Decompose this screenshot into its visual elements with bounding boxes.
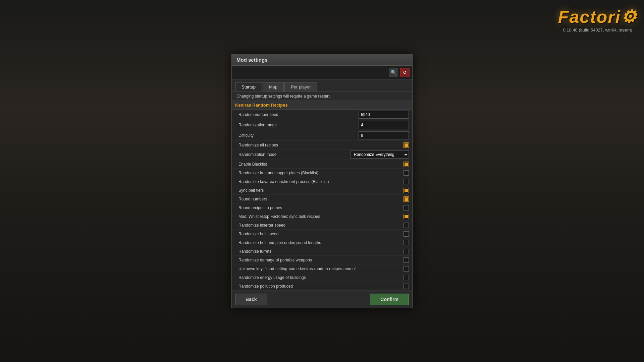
reset-button[interactable]: ↺ bbox=[400, 68, 410, 77]
control-energy bbox=[404, 275, 409, 280]
mod-settings-modal: Mod settings 🔍 ↺ Startup Map Per player … bbox=[231, 54, 413, 308]
setting-row-iron-copper: Randomize iron and copper plates (Blackl… bbox=[232, 169, 412, 177]
tab-map[interactable]: Map bbox=[263, 82, 284, 92]
checkbox-all-recipes[interactable] bbox=[404, 142, 409, 148]
tabs-bar: Startup Map Per player bbox=[232, 79, 412, 92]
control-turrets bbox=[404, 249, 409, 254]
back-button[interactable]: Back bbox=[235, 294, 267, 305]
setting-row-range: Randomization range bbox=[232, 120, 412, 130]
checkbox-round-numbers[interactable] bbox=[404, 196, 409, 202]
checkbox-unknown[interactable] bbox=[404, 266, 409, 272]
modal-overlay: Mod settings 🔍 ↺ Startup Map Per player … bbox=[0, 0, 644, 362]
setting-row-belt-speed: Randomize belt speed bbox=[232, 230, 412, 238]
checkbox-whistlestop[interactable] bbox=[404, 214, 409, 219]
setting-row-portable: Randomize damage of portable weapons bbox=[232, 256, 412, 264]
checkbox-turrets[interactable] bbox=[404, 249, 409, 254]
checkbox-energy[interactable] bbox=[404, 275, 409, 280]
tab-startup[interactable]: Startup bbox=[235, 82, 262, 92]
setting-row-blacklist: Enable Blacklist bbox=[232, 160, 412, 169]
setting-row-kovarex: Randomize kovarex enrichment process (Bl… bbox=[232, 177, 412, 186]
label-seed: Random number seed bbox=[238, 112, 359, 117]
control-belt-tiers bbox=[404, 188, 409, 193]
setting-row-energy: Randomize energy usage of buildings bbox=[232, 273, 412, 282]
confirm-button[interactable]: Confirm bbox=[370, 294, 409, 305]
search-button[interactable]: 🔍 bbox=[389, 68, 398, 77]
checkbox-pollution[interactable] bbox=[404, 284, 409, 289]
label-all-recipes: Randomize all recipes bbox=[238, 143, 404, 147]
input-seed[interactable] bbox=[359, 111, 409, 119]
control-round-numbers bbox=[404, 196, 409, 202]
control-seed bbox=[359, 111, 409, 119]
label-pollution: Randomize pollution produced bbox=[238, 284, 404, 289]
setting-row-pollution: Randomize pollution produced bbox=[232, 282, 412, 291]
control-range bbox=[359, 121, 409, 129]
control-whistlestop bbox=[404, 214, 409, 219]
checkbox-iron-copper[interactable] bbox=[404, 170, 409, 176]
tab-per-player[interactable]: Per player bbox=[284, 82, 317, 92]
setting-row-seed: Random number seed bbox=[232, 110, 412, 120]
checkbox-belt-tiers[interactable] bbox=[404, 188, 409, 193]
checkbox-underground[interactable] bbox=[404, 240, 409, 245]
label-belt-tiers: Sync belt tiers bbox=[238, 188, 404, 193]
control-portable bbox=[404, 257, 409, 263]
checkbox-portable[interactable] bbox=[404, 257, 409, 263]
label-belt-speed: Randomize belt speed bbox=[238, 232, 404, 236]
setting-row-whistlestop: Mod: Whistlestop Factories: sync bulk re… bbox=[232, 212, 412, 221]
modal-title: Mod settings bbox=[236, 57, 268, 63]
label-blacklist: Enable Blacklist bbox=[238, 162, 404, 167]
checkbox-kovarex[interactable] bbox=[404, 179, 409, 184]
checkbox-belt-speed[interactable] bbox=[404, 231, 409, 237]
label-mode: Randomization mode bbox=[238, 152, 350, 157]
select-mode[interactable]: Randomize Everything Randomize Some No R… bbox=[350, 150, 409, 159]
checkbox-inserter[interactable] bbox=[404, 223, 409, 228]
control-difficulty bbox=[359, 131, 409, 139]
label-unknown: Unknown key: "mod-setting-name.keniras-r… bbox=[238, 266, 404, 271]
label-turrets: Randomize turrets bbox=[238, 249, 404, 254]
control-blacklist bbox=[404, 162, 409, 167]
label-round-numbers: Round numbers bbox=[238, 197, 404, 201]
control-pollution bbox=[404, 284, 409, 289]
control-primes bbox=[404, 205, 409, 210]
label-underground: Randomize belt and pipe underground leng… bbox=[238, 240, 404, 245]
checkbox-primes[interactable] bbox=[404, 205, 409, 210]
setting-row-primes: Round recipes to primes bbox=[232, 203, 412, 212]
setting-row-inserter: Randomize inserter speed bbox=[232, 221, 412, 230]
label-range: Randomization range bbox=[238, 123, 359, 127]
setting-row-unknown: Unknown key: "mod-setting-name.keniras-r… bbox=[232, 264, 412, 273]
setting-row-all-recipes: Randomize all recipes bbox=[232, 141, 412, 149]
label-inserter: Randomize inserter speed bbox=[238, 223, 404, 228]
control-underground bbox=[404, 240, 409, 245]
modal-search-bar: 🔍 ↺ bbox=[232, 66, 412, 79]
label-portable: Randomize damage of portable weapons bbox=[238, 258, 404, 262]
section-header: Keniras Random Recipes bbox=[232, 101, 412, 110]
settings-list: Random number seed Randomization range D… bbox=[232, 110, 412, 291]
input-difficulty[interactable] bbox=[359, 131, 409, 139]
setting-row-belt-tiers: Sync belt tiers bbox=[232, 186, 412, 195]
modal-content: Keniras Random Recipes Random number see… bbox=[232, 101, 412, 291]
checkbox-blacklist[interactable] bbox=[404, 162, 409, 167]
label-difficulty: Difficulty bbox=[238, 133, 359, 138]
modal-title-bar: Mod settings bbox=[232, 54, 412, 66]
warning-bar: Changing startup settings will require a… bbox=[232, 92, 412, 101]
setting-row-mode: Randomization mode Randomize Everything … bbox=[232, 149, 412, 160]
control-kovarex bbox=[404, 179, 409, 184]
label-energy: Randomize energy usage of buildings bbox=[238, 275, 404, 280]
control-iron-copper bbox=[404, 170, 409, 176]
label-primes: Round recipes to primes bbox=[238, 205, 404, 210]
label-whistlestop: Mod: Whistlestop Factories: sync bulk re… bbox=[238, 214, 404, 219]
label-kovarex: Randomize kovarex enrichment process (Bl… bbox=[238, 179, 404, 184]
input-range[interactable] bbox=[359, 121, 409, 129]
control-unknown bbox=[404, 266, 409, 272]
control-mode: Randomize Everything Randomize Some No R… bbox=[350, 150, 409, 159]
label-iron-copper: Randomize iron and copper plates (Blackl… bbox=[238, 171, 404, 175]
control-all-recipes bbox=[404, 142, 409, 148]
setting-row-round-numbers: Round numbers bbox=[232, 195, 412, 203]
setting-row-turrets: Randomize turrets bbox=[232, 247, 412, 256]
control-belt-speed bbox=[404, 231, 409, 237]
setting-row-difficulty: Difficulty bbox=[232, 130, 412, 141]
control-inserter bbox=[404, 223, 409, 228]
setting-row-underground: Randomize belt and pipe underground leng… bbox=[232, 238, 412, 247]
modal-footer: Back Confirm bbox=[232, 291, 412, 308]
